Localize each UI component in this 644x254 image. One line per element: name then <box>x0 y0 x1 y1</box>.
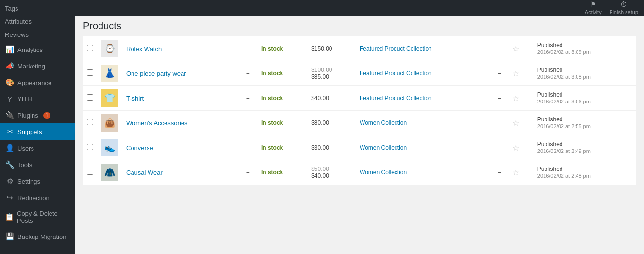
star-cell: ☆ <box>509 86 533 111</box>
sidebar-item-marketing[interactable]: 📣 Marketing <box>0 58 75 74</box>
product-name[interactable]: One piece party wear <box>126 70 186 77</box>
star-button[interactable]: ☆ <box>512 45 519 53</box>
row-checkbox[interactable] <box>87 169 93 175</box>
sidebar-item-redirection[interactable]: ↪ Redirection <box>0 189 75 206</box>
product-name-cell: Converse <box>122 135 239 160</box>
sidebar-item-label: Snippets <box>17 128 42 135</box>
price-cell: $40.00 <box>307 86 356 111</box>
dash1-cell: – <box>239 86 257 111</box>
publish-date: 2016/02/02 at 2:49 pm <box>537 148 591 154</box>
table-row: 👟 Converse – In stock $30.00 Women Colle… <box>83 135 636 160</box>
status-cell: Published 2016/02/02 at 3:06 pm <box>533 86 636 111</box>
price-cell: $100.00 $85.00 <box>307 61 356 86</box>
row-checkbox[interactable] <box>87 144 93 150</box>
product-thumbnail-cell: 👗 <box>97 61 122 86</box>
star-button[interactable]: ☆ <box>512 119 519 127</box>
product-thumbnail: 👟 <box>101 139 118 156</box>
stock-cell: In stock <box>257 111 307 135</box>
star-button[interactable]: ☆ <box>512 94 519 102</box>
price: $80.00 <box>311 119 329 126</box>
row-checkbox[interactable] <box>87 45 93 51</box>
activity-icon: ⚑ <box>590 0 596 8</box>
product-category[interactable]: Women Collection <box>360 119 407 126</box>
category-cell: Women Collection <box>356 135 490 160</box>
price-cell: $30.00 <box>307 135 356 160</box>
status-cell: Published 2016/02/02 at 2:49 pm <box>533 135 636 160</box>
category-cell: Women Collection <box>356 160 490 185</box>
stock-cell: In stock <box>257 135 307 160</box>
product-category[interactable]: Featured Product Collection <box>360 70 432 77</box>
stock-status: In stock <box>261 169 283 176</box>
dash2-cell: – <box>490 86 509 111</box>
product-name[interactable]: T-shirt <box>126 95 144 102</box>
row-checkbox[interactable] <box>87 69 93 76</box>
sidebar-item-users[interactable]: 👤 Users <box>0 140 75 156</box>
row-checkbox[interactable] <box>87 94 93 101</box>
activity-label: Activity <box>585 9 602 15</box>
star-button[interactable]: ☆ <box>512 69 519 78</box>
sidebar-item-label: Users <box>17 145 34 152</box>
product-name-cell: Causal Wear <box>122 160 239 185</box>
sidebar-item-label: Appearance <box>17 79 51 86</box>
page-title: Products <box>83 20 636 32</box>
plugins-icon: 🔌 <box>5 111 15 119</box>
sidebar-item-yith[interactable]: Y YITH <box>0 91 75 107</box>
product-name[interactable]: Rolex Watch <box>126 45 162 52</box>
price-cell: $150.00 <box>307 36 356 61</box>
dash2-cell: – <box>490 160 509 185</box>
sidebar-item-settings[interactable]: ⚙ Settings <box>0 173 75 189</box>
row-checkbox[interactable] <box>87 119 93 125</box>
product-name[interactable]: Converse <box>126 144 153 152</box>
status-cell: Published 2016/02/02 at 2:55 pm <box>533 111 636 135</box>
sidebar-item-snippets[interactable]: ✂ Snippets <box>0 123 75 140</box>
users-icon: 👤 <box>5 144 15 152</box>
star-button[interactable]: ☆ <box>512 144 519 152</box>
product-thumbnail-cell: 👜 <box>97 111 122 135</box>
star-cell: ☆ <box>509 160 533 185</box>
sidebar-link-attributes[interactable]: Attributes <box>0 15 75 28</box>
product-category[interactable]: Featured Product Collection <box>360 95 432 102</box>
sidebar-item-plugins[interactable]: 🔌 Plugins 1 <box>0 107 75 123</box>
stock-cell: In stock <box>257 160 307 185</box>
table-row: 👗 One piece party wear – In stock $100.0… <box>83 61 636 86</box>
product-thumbnail-cell: 👕 <box>97 86 122 111</box>
product-thumbnail: 🧥 <box>101 164 118 181</box>
sidebar-item-label: Plugins <box>17 112 38 119</box>
products-table: ⌚ Rolex Watch – In stock $150.00 Feature… <box>83 36 636 185</box>
sidebar-item-appearance[interactable]: 🎨 Appearance <box>0 74 75 91</box>
product-name[interactable]: Causal Wear <box>126 169 163 176</box>
sidebar-item-copy-delete-posts[interactable]: 📋 Copy & Delete Posts <box>0 206 75 228</box>
sidebar-item-analytics[interactable]: 📊 Analytics <box>0 41 75 58</box>
sidebar-link-reviews[interactable]: Reviews <box>0 28 75 41</box>
stock-status: In stock <box>261 70 283 77</box>
publish-status: Published <box>537 116 563 123</box>
table-row: 🧥 Causal Wear – In stock $50.00 $40.00 W… <box>83 160 636 185</box>
dash1-cell: – <box>239 160 257 185</box>
stock-status: In stock <box>261 45 283 52</box>
stock-status: In stock <box>261 119 283 126</box>
dash1-cell: – <box>239 111 257 135</box>
sidebar-item-tools[interactable]: 🔧 Tools <box>0 156 75 173</box>
product-category[interactable]: Women Collection <box>360 169 407 176</box>
status-cell: Published 2016/02/02 at 3:09 pm <box>533 36 636 61</box>
status-cell: Published 2016/02/02 at 3:08 pm <box>533 61 636 86</box>
product-name-cell: Women's Accessories <box>122 111 239 135</box>
activity-button[interactable]: ⚑ Activity <box>585 0 602 15</box>
product-name-cell: One piece party wear <box>122 61 239 86</box>
sidebar-link-tags[interactable]: Tags <box>0 2 75 15</box>
sidebar-item-backup-migration[interactable]: 💾 Backup Migration <box>0 228 75 245</box>
star-cell: ☆ <box>509 111 533 135</box>
marketing-icon: 📣 <box>5 62 15 70</box>
finish-setup-button[interactable]: ⏱ Finish setup <box>610 0 638 15</box>
price: $150.00 <box>311 45 332 52</box>
star-button[interactable]: ☆ <box>512 169 519 177</box>
price-original: $100.00 <box>311 67 352 73</box>
price: $30.00 <box>311 144 329 151</box>
row-checkbox-cell <box>83 135 97 160</box>
dash2-cell: – <box>490 61 509 86</box>
product-name[interactable]: Women's Accessories <box>126 119 188 127</box>
stock-cell: In stock <box>257 86 307 111</box>
dash1-cell: – <box>239 36 257 61</box>
product-category[interactable]: Women Collection <box>360 144 407 151</box>
product-category[interactable]: Featured Product Collection <box>360 45 432 52</box>
